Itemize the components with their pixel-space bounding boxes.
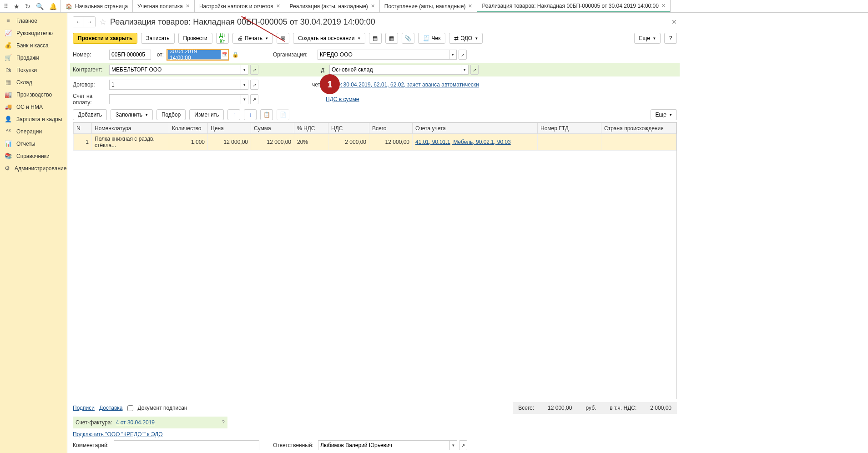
fill-button[interactable]: Заполнить (111, 109, 153, 120)
sign-link[interactable]: Подписи (73, 405, 95, 411)
tab-policy[interactable]: Учетная политика✕ (133, 0, 195, 12)
delivery-link[interactable]: Доставка (99, 405, 123, 411)
col-qty[interactable]: Количество (169, 123, 208, 134)
post-button[interactable]: Провести (178, 33, 212, 44)
paste-button[interactable]: 📄 (277, 109, 289, 120)
col-n[interactable]: N (74, 123, 92, 134)
dropdown-icon[interactable]: ▾ (450, 440, 457, 450)
check-button[interactable]: 🧾 Чек (418, 33, 446, 44)
sf-link[interactable]: 4 от 30.04.2019 (116, 419, 155, 426)
sidebar-item-5[interactable]: ▦Склад (0, 76, 67, 88)
total-label: Всего: (518, 405, 534, 411)
dtkt-button[interactable]: ДтКт (216, 33, 229, 44)
close-icon[interactable]: ✕ (276, 3, 280, 9)
back-button[interactable]: ← (73, 17, 84, 27)
help-button[interactable]: ? (664, 33, 677, 44)
favorite-star-icon[interactable]: ☆ (99, 17, 106, 27)
more-button[interactable]: Еще (634, 33, 661, 44)
table-row[interactable]: 1Полка книжная с раздв. стёкла...1,00012… (74, 134, 676, 151)
signed-checkbox[interactable] (127, 405, 133, 411)
comment-input[interactable] (114, 440, 259, 450)
date-input[interactable]: 30.04.2019 14:00:00 (167, 50, 221, 60)
open-icon[interactable]: ↗ (250, 65, 258, 75)
resp-input[interactable] (318, 440, 450, 450)
col-acc[interactable]: Счета учета (413, 123, 538, 134)
open-icon[interactable]: ↗ (459, 440, 467, 450)
apps-icon[interactable]: ⠿ (4, 3, 8, 10)
close-icon[interactable]: ✕ (371, 3, 375, 9)
up-button[interactable]: ↑ (227, 109, 240, 120)
tab-doc[interactable]: Реализация товаров: Накладная 00БП-00000… (477, 0, 671, 12)
add-button[interactable]: Добавить (73, 109, 107, 120)
sidebar-item-12[interactable]: ⚙Администрирование (0, 162, 67, 174)
org-input[interactable] (318, 50, 449, 60)
down-button[interactable]: ↓ (244, 109, 257, 120)
select-button[interactable]: Подбор (156, 109, 186, 120)
col-gtd[interactable]: Номер ГТД (538, 123, 601, 134)
open-icon[interactable]: ↗ (250, 80, 258, 90)
sidebar-item-8[interactable]: 👤Зарплата и кадры (0, 113, 67, 125)
star-icon[interactable]: ★ (14, 3, 20, 10)
copy-button[interactable]: 📋 (260, 109, 273, 120)
dropdown-icon[interactable]: ▾ (449, 50, 457, 60)
dropdown-icon[interactable]: ▾ (241, 65, 248, 75)
calendar-icon[interactable]: 📅 (221, 50, 228, 60)
open-icon[interactable]: ↗ (459, 50, 467, 60)
table-more-button[interactable]: Еще (651, 109, 677, 120)
tab-tax[interactable]: Настройки налогов и отчетов✕ (195, 0, 285, 12)
col-country[interactable]: Страна происхождения (601, 123, 676, 134)
dropdown-icon[interactable]: ▾ (241, 80, 248, 90)
close-icon[interactable]: ✕ (661, 3, 666, 9)
vat-link[interactable]: НДС в сумме (326, 96, 359, 102)
tab-sales[interactable]: Реализация (акты, накладные)✕ (285, 0, 380, 12)
edo-button[interactable]: ⇄ ЭДО (449, 33, 483, 44)
report1-button[interactable]: ▤ (369, 33, 382, 44)
contract-input[interactable] (109, 80, 241, 90)
lock-icon[interactable]: 🔒 (232, 51, 238, 58)
open-icon[interactable]: ↗ (250, 94, 258, 104)
sidebar-item-1[interactable]: 📈Руководителю (0, 27, 67, 39)
edo-connect-link[interactable]: Подключить "ООО "КРЕДО"" к ЭДО (73, 431, 163, 438)
sidebar-item-11[interactable]: 📚Справочники (0, 150, 67, 162)
col-price[interactable]: Цена (208, 123, 251, 134)
search-icon[interactable]: 🔍 (36, 3, 44, 10)
help-icon[interactable]: ? (222, 419, 225, 426)
col-vatrate[interactable]: % НДС (294, 123, 328, 134)
close-doc-button[interactable]: ✕ (671, 18, 677, 25)
sidebar-item-0[interactable]: ≡Главное (0, 15, 67, 27)
open-icon[interactable]: ↗ (470, 65, 479, 75)
sidebar-item-6[interactable]: 🏭Производство (0, 88, 67, 101)
change-button[interactable]: Изменить (189, 109, 224, 120)
close-icon[interactable]: ✕ (186, 3, 190, 9)
create-based-button[interactable]: Создать на основании (293, 33, 365, 44)
tab-receipts[interactable]: Поступление (акты, накладные)✕ (380, 0, 478, 12)
sidebar-item-7[interactable]: 🚚ОС и НМА (0, 101, 67, 113)
calc-link[interactable]: Срок 30.04.2019, 62.01, 62.02, зачет ава… (329, 81, 479, 88)
ctr-input[interactable] (109, 65, 241, 75)
sidebar-item-9[interactable]: ᴬᴷОперации (0, 125, 67, 137)
bell-icon[interactable]: 🔔 (49, 3, 57, 10)
write-button[interactable]: Записать (141, 33, 174, 44)
sidebar-item-4[interactable]: 🛍Покупки (0, 64, 67, 76)
number-input[interactable] (109, 50, 151, 60)
sidebar-item-10[interactable]: 📊Отчеты (0, 137, 67, 150)
col-sum[interactable]: Сумма (251, 123, 294, 134)
acc-link[interactable]: 41.01, 90.01.1, Мебель, 90.02.1, 90.03 (415, 139, 511, 145)
sidebar-item-2[interactable]: 💰Банк и касса (0, 39, 67, 51)
history-icon[interactable]: ↻ (25, 3, 30, 10)
dropdown-icon[interactable]: ▾ (241, 94, 248, 104)
sidebar-item-3[interactable]: 🛒Продажи (0, 51, 67, 64)
tab-home[interactable]: 🏠Начальная страница (61, 0, 133, 12)
post-close-button[interactable]: Провести и закрыть (73, 33, 137, 44)
print-button[interactable]: 🖨 Печать (232, 33, 273, 44)
forward-button[interactable]: → (84, 17, 95, 27)
col-vat[interactable]: НДС (328, 123, 369, 134)
dropdown-icon[interactable]: ▾ (461, 65, 469, 75)
attach-button[interactable]: 📎 (402, 33, 414, 44)
wh-input[interactable] (329, 65, 461, 75)
invoice-input[interactable] (109, 94, 241, 104)
col-total[interactable]: Всего (369, 123, 413, 134)
close-icon[interactable]: ✕ (468, 3, 472, 9)
report2-button[interactable]: ▦ (385, 33, 398, 44)
col-nom[interactable]: Номенклатура (92, 123, 169, 134)
